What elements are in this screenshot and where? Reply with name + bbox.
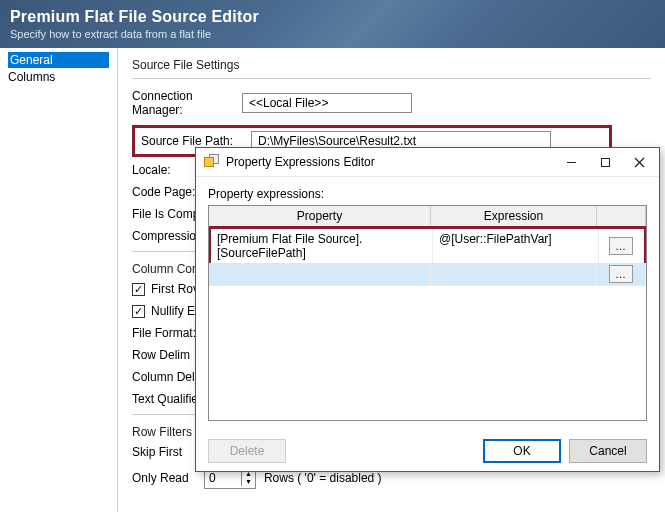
col-property[interactable]: Property	[209, 206, 431, 226]
grid-header: Property Expression	[209, 206, 646, 227]
property-expressions-label: Property expressions:	[208, 187, 647, 201]
expression-editor-button[interactable]: …	[609, 265, 633, 283]
ok-button[interactable]: OK	[483, 439, 561, 463]
source-file-path-label: Source File Path:	[141, 134, 251, 148]
connection-manager-input[interactable]	[242, 93, 412, 113]
cancel-button[interactable]: Cancel	[569, 439, 647, 463]
cell-property[interactable]: [Premium Flat File Source].[SourceFilePa…	[211, 229, 433, 263]
maximize-button[interactable]	[595, 154, 615, 170]
dialog-title: Property Expressions Editor	[226, 155, 375, 169]
cell-property[interactable]	[209, 263, 431, 285]
editor-header: Premium Flat File Source Editor Specify …	[0, 0, 665, 48]
minimize-icon	[566, 157, 577, 168]
sidebar-item-general[interactable]: General	[8, 52, 109, 68]
col-expression[interactable]: Expression	[431, 206, 597, 226]
editor-title: Premium Flat File Source Editor	[10, 8, 655, 26]
group-source-settings: Source File Settings	[132, 58, 651, 72]
cell-expression[interactable]	[431, 263, 597, 285]
dialog-titlebar[interactable]: Property Expressions Editor	[196, 148, 659, 177]
check-icon: ✓	[132, 305, 145, 318]
spinner-down-icon[interactable]: ▼	[242, 478, 255, 486]
close-icon	[634, 157, 645, 168]
sidebar-item-label: General	[10, 53, 53, 67]
grid-row-highlighted[interactable]: [Premium Flat File Source].[SourceFilePa…	[208, 226, 647, 264]
close-button[interactable]	[629, 154, 649, 170]
cell-expression[interactable]: @[User::FilePathVar]	[433, 229, 599, 263]
only-read-label: Only Read	[132, 471, 204, 485]
check-icon: ✓	[132, 283, 145, 296]
editor-subtitle: Specify how to extract data from a flat …	[10, 28, 655, 40]
expressions-grid: Property Expression [Premium Flat File S…	[208, 205, 647, 421]
sidebar: General Columns	[0, 48, 118, 512]
minimize-button[interactable]	[561, 154, 581, 170]
maximize-icon	[600, 157, 611, 168]
grid-row-empty[interactable]: …	[209, 263, 646, 286]
nullify-label: Nullify E	[151, 304, 195, 318]
first-row-label: First Rov	[151, 282, 199, 296]
only-read-suffix: Rows ( '0' = disabled )	[264, 471, 382, 485]
connection-manager-label: Connection Manager:	[132, 89, 242, 117]
dialog-app-icon	[204, 154, 220, 170]
sidebar-item-columns[interactable]: Columns	[0, 68, 117, 86]
ellipsis-icon: …	[615, 240, 627, 252]
ellipsis-icon: …	[615, 268, 627, 280]
dialog-footer: Delete OK Cancel	[196, 431, 659, 471]
row-connection-manager: Connection Manager:	[132, 89, 651, 117]
sidebar-item-label: Columns	[8, 70, 55, 84]
property-expressions-dialog: Property Expressions Editor Property exp…	[195, 147, 660, 472]
svg-rect-1	[601, 158, 609, 166]
expression-editor-button[interactable]: …	[609, 237, 633, 255]
delete-button: Delete	[208, 439, 286, 463]
